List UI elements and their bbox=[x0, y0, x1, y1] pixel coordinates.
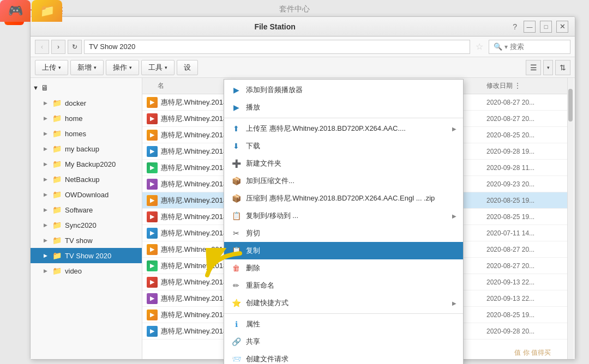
tv-show-folder-icon: 📁 bbox=[52, 236, 62, 245]
bookmark-star[interactable]: ☆ bbox=[472, 40, 486, 54]
docker-label: docker bbox=[65, 99, 86, 107]
sidebar: ▼ 🖥 ▶ 📁 docker ▶ 📁 home ▶ 📁 homes ▶ 📁 bbox=[31, 78, 142, 359]
sidebar-item-tv-show-2020[interactable]: ▶ 📁 TV Show 2020 bbox=[31, 248, 142, 263]
sidebar-item-homes[interactable]: ▶ 📁 homes bbox=[31, 126, 142, 141]
refresh-button[interactable]: ↻ bbox=[68, 40, 82, 54]
settings-button[interactable]: 设 bbox=[177, 60, 198, 75]
sidebar-item-my-backup[interactable]: ▶ 📁 my backup bbox=[31, 141, 142, 156]
homes-folder-icon: 📁 bbox=[52, 129, 62, 138]
netbackup-label: NetBackup bbox=[65, 175, 100, 184]
menu-item-file-request[interactable]: 📨 创建文件请求 bbox=[224, 350, 463, 364]
homes-expand: ▶ bbox=[44, 131, 50, 136]
upload-to-label: 上传至 惠特尼.Whitney.2018.BD720P.X264.AAC.... bbox=[246, 124, 448, 134]
sidebar-root[interactable]: ▼ 🖥 bbox=[31, 80, 142, 95]
new-button[interactable]: 新增 ▾ bbox=[70, 60, 104, 75]
menu-item-download[interactable]: ⬇ 下载 bbox=[224, 137, 463, 155]
netbackup-folder-icon: 📁 bbox=[52, 175, 62, 184]
tv-show-2020-expand: ▶ bbox=[44, 253, 50, 258]
shortcut-arrow: ▶ bbox=[452, 300, 456, 306]
copy-move-icon: 📋 bbox=[231, 211, 242, 220]
sidebar-item-my-backup2020[interactable]: ▶ 📁 My Backup2020 bbox=[31, 156, 142, 172]
docker-folder-icon: 📁 bbox=[52, 99, 62, 107]
delete-icon: 🗑 bbox=[231, 264, 242, 272]
close-button[interactable]: ✕ bbox=[556, 21, 568, 33]
menu-item-add-to-zip[interactable]: 📦 加到压缩文件... bbox=[224, 172, 463, 190]
my-backup2020-expand: ▶ bbox=[44, 161, 50, 167]
shortcut-label: 创建快捷方式 bbox=[246, 298, 448, 308]
menu-item-copy[interactable]: 📋 复制 bbox=[224, 242, 463, 259]
app-tab-1[interactable]: 🎮 bbox=[0, 0, 31, 22]
view-list-button[interactable]: ☰ bbox=[526, 60, 541, 75]
sidebar-item-software[interactable]: ▶ 📁 Software bbox=[31, 202, 142, 217]
view-dropdown-button[interactable]: ▾ bbox=[543, 60, 553, 75]
rename-label: 重新命名 bbox=[246, 281, 456, 290]
my-backup-folder-icon: 📁 bbox=[52, 144, 62, 153]
file-icon: ▶ bbox=[147, 162, 158, 173]
copy-label: 复制 bbox=[246, 246, 456, 256]
maximize-button[interactable]: □ bbox=[540, 21, 552, 33]
back-button[interactable]: ‹ bbox=[35, 40, 49, 54]
address-bar[interactable] bbox=[84, 40, 470, 54]
file-icon: ▶ bbox=[147, 179, 158, 190]
vertical-scrollbar[interactable] bbox=[567, 78, 575, 359]
sort-button[interactable]: ⇅ bbox=[555, 60, 570, 75]
app-tabs: 🎮 📁 bbox=[0, 0, 62, 22]
menu-item-delete[interactable]: 🗑 删除 bbox=[224, 259, 463, 277]
file-icon: ▶ bbox=[147, 195, 158, 206]
download-icon: ⬇ bbox=[231, 142, 242, 150]
menu-item-cut[interactable]: ✂ 剪切 bbox=[224, 225, 463, 242]
add-to-zip-icon: 📦 bbox=[231, 177, 242, 185]
operate-button[interactable]: 操作 ▾ bbox=[106, 60, 139, 75]
file-icon: ▶ bbox=[147, 244, 158, 255]
tv-show-2020-label: TV Show 2020 bbox=[65, 252, 111, 260]
my-backup2020-folder-icon: 📁 bbox=[52, 160, 62, 168]
home-folder-icon: 📁 bbox=[52, 114, 62, 123]
copy-move-arrow: ▶ bbox=[452, 213, 456, 219]
tools-button[interactable]: 工具 ▾ bbox=[141, 60, 175, 75]
menu-item-share[interactable]: 🔗 共享 bbox=[224, 333, 463, 350]
sidebar-item-home[interactable]: ▶ 📁 home bbox=[31, 111, 142, 126]
software-label: Software bbox=[65, 206, 93, 214]
menu-item-compress-to[interactable]: 📦 压缩到 惠特尼.Whitney.2018.BD720P.X264.AAC.E… bbox=[224, 190, 463, 207]
sidebar-item-video[interactable]: ▶ 📁 video bbox=[31, 263, 142, 278]
app-tab-2[interactable]: 📁 bbox=[32, 0, 62, 22]
menu-item-play[interactable]: ▶ 播放 bbox=[224, 99, 463, 116]
menu-item-copy-move[interactable]: 📋 复制到/移动到 ... ▶ bbox=[224, 207, 463, 225]
new-label: 新增 bbox=[77, 63, 92, 72]
properties-icon: ℹ bbox=[231, 320, 242, 329]
app-tab-1-icon: 🎮 bbox=[8, 4, 23, 18]
sidebar-item-netbackup[interactable]: ▶ 📁 NetBackup bbox=[31, 172, 142, 187]
menu-item-properties[interactable]: ℹ 属性 bbox=[224, 316, 463, 333]
rename-icon: ✏ bbox=[231, 281, 242, 290]
forward-button[interactable]: › bbox=[51, 40, 65, 54]
file-date: 2020-08-25 19... bbox=[486, 213, 563, 221]
file-icon: ▶ bbox=[147, 211, 158, 222]
sidebar-item-tv-show[interactable]: ▶ 📁 TV show bbox=[31, 233, 142, 248]
file-icon: ▶ bbox=[147, 310, 158, 320]
cut-icon: ✂ bbox=[231, 229, 242, 238]
software-folder-icon: 📁 bbox=[52, 205, 62, 214]
help-button[interactable]: ? bbox=[513, 22, 517, 31]
menu-item-upload-to[interactable]: ⬆ 上传至 惠特尼.Whitney.2018.BD720P.X264.AAC..… bbox=[224, 120, 463, 137]
menu-item-new-folder[interactable]: ➕ 新建文件夹 bbox=[224, 155, 463, 172]
file-date: 2020-08-25 19... bbox=[486, 311, 563, 319]
scrollbar-thumb[interactable] bbox=[568, 89, 573, 122]
sidebar-item-sync2020[interactable]: ▶ 📁 Sync2020 bbox=[31, 217, 142, 233]
sync2020-folder-icon: 📁 bbox=[52, 221, 62, 229]
file-icon: ▶ bbox=[147, 130, 158, 141]
sidebar-item-owdownload[interactable]: ▶ 📁 OWDownload bbox=[31, 187, 142, 202]
menu-item-shortcut[interactable]: ⭐ 创建快捷方式 ▶ bbox=[224, 294, 463, 312]
file-date: 2020-09-28 20... bbox=[486, 327, 563, 335]
netbackup-expand: ▶ bbox=[44, 177, 50, 182]
col-date-header[interactable]: 修改日期 ⋮ bbox=[486, 81, 563, 90]
owdownload-folder-icon: 📁 bbox=[52, 190, 62, 199]
menu-item-add-to-audio[interactable]: ▶ 添加到音频播放器 bbox=[224, 81, 463, 99]
search-input[interactable] bbox=[510, 43, 564, 51]
sidebar-item-docker[interactable]: ▶ 📁 docker bbox=[31, 95, 142, 111]
minimize-button[interactable]: — bbox=[524, 21, 536, 33]
file-date: 2020-08-27 20... bbox=[486, 99, 563, 106]
file-icon: ▶ bbox=[147, 277, 158, 288]
upload-button[interactable]: 上传 ▾ bbox=[35, 60, 68, 75]
copy-icon: 📋 bbox=[231, 246, 242, 255]
menu-item-rename[interactable]: ✏ 重新命名 bbox=[224, 277, 463, 294]
